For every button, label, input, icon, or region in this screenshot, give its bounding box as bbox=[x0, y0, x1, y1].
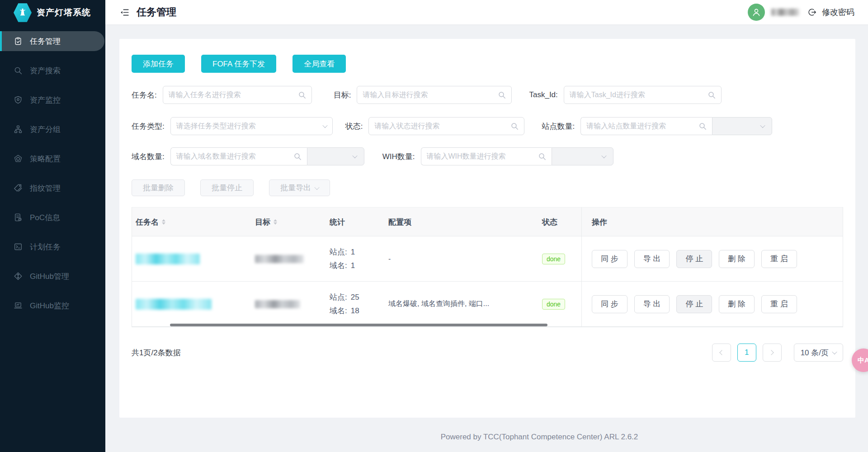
pagination-summary: 共1页/2条数据 bbox=[132, 348, 181, 358]
page-size-select[interactable]: 10 条/页 bbox=[794, 344, 843, 362]
next-page-button[interactable] bbox=[763, 344, 782, 362]
pagination-bar: 共1页/2条数据 1 10 条/页 bbox=[132, 344, 843, 362]
sync-button[interactable]: 同 步 bbox=[592, 250, 627, 268]
wih-count-input[interactable] bbox=[427, 152, 538, 160]
user-avatar[interactable] bbox=[748, 4, 765, 21]
tags-icon bbox=[14, 184, 23, 193]
task-name-input[interactable] bbox=[169, 91, 298, 99]
task-type-select[interactable]: 请选择任务类型进行搜索 bbox=[170, 117, 333, 135]
translate-icon: 中A bbox=[858, 356, 868, 365]
site-count-input[interactable] bbox=[586, 122, 699, 130]
sidebar-item-label: 资产搜索 bbox=[30, 66, 61, 76]
task-id-input[interactable] bbox=[570, 91, 708, 99]
page-title: 任务管理 bbox=[137, 5, 176, 19]
batch-export-button[interactable]: 批量导出 bbox=[269, 179, 330, 196]
fofa-dispatch-button[interactable]: FOFA 任务下发 bbox=[201, 55, 276, 73]
logout-button[interactable] bbox=[807, 8, 816, 17]
export-button[interactable]: 导 出 bbox=[634, 250, 670, 268]
domain-stat-label: 域名: bbox=[330, 261, 347, 270]
sidebar-item-asset-search[interactable]: 资产搜索 bbox=[0, 61, 105, 80]
sidebar-item-label: GitHub监控 bbox=[30, 301, 69, 311]
horizontal-scrollbar-thumb[interactable] bbox=[170, 324, 547, 326]
sidebar-collapse-icon[interactable] bbox=[120, 8, 129, 17]
task-type-placeholder: 请选择任务类型进行搜索 bbox=[176, 122, 323, 131]
page-number-button[interactable]: 1 bbox=[737, 344, 756, 362]
sidebar-item-label: 指纹管理 bbox=[30, 183, 61, 193]
column-header-target[interactable]: 目标 bbox=[251, 207, 326, 236]
domain-stat-label: 域名: bbox=[330, 306, 347, 315]
search-icon bbox=[298, 91, 306, 99]
task-name-link-redacted[interactable] bbox=[136, 299, 212, 310]
domain-count-group bbox=[170, 147, 364, 165]
task-name-link-redacted[interactable] bbox=[136, 254, 200, 264]
delete-button[interactable]: 删 除 bbox=[719, 295, 755, 313]
task-id-search-box[interactable] bbox=[564, 86, 722, 104]
change-password-link[interactable]: 修改密码 bbox=[822, 7, 854, 18]
delete-button[interactable]: 删 除 bbox=[719, 250, 755, 268]
header-user-area: 修改密码 bbox=[748, 4, 854, 21]
laptop-chart-icon bbox=[14, 301, 23, 310]
search-icon bbox=[14, 66, 23, 75]
target-input[interactable] bbox=[363, 91, 498, 99]
sync-button[interactable]: 同 步 bbox=[592, 295, 627, 313]
sort-icon[interactable] bbox=[274, 219, 277, 225]
table-row: 站点:25 域名:18 域名爆破, 域名查询插件, 端口... done 同 步… bbox=[132, 282, 843, 327]
sidebar-item-github-monitor[interactable]: GitHub监控 bbox=[0, 296, 105, 315]
status-badge: done bbox=[542, 299, 565, 310]
stop-button[interactable]: 停 止 bbox=[676, 295, 712, 313]
stats-cell: 站点:25 域名:18 bbox=[326, 291, 385, 318]
task-name-cell bbox=[132, 299, 251, 310]
column-header-actions: 操作 bbox=[581, 207, 843, 236]
sidebar-item-label: 资产监控 bbox=[30, 95, 61, 105]
content-card: 添加任务 FOFA 任务下发 全局查看 任务名: 目标: Task_Id: bbox=[119, 39, 855, 418]
table-header-row: 任务名 目标 统计 配置项 状态 操作 bbox=[132, 207, 843, 236]
domain-count-operator-select[interactable] bbox=[307, 147, 364, 165]
batch-export-label: 批量导出 bbox=[280, 183, 311, 193]
prev-page-button[interactable] bbox=[712, 344, 731, 362]
status-label: 状态: bbox=[345, 121, 369, 132]
sidebar-item-scheduled-tasks[interactable]: 计划任务 bbox=[0, 237, 105, 257]
domain-count-input[interactable] bbox=[176, 152, 294, 160]
sort-icon[interactable] bbox=[162, 219, 165, 225]
wih-count-operator-select[interactable] bbox=[552, 147, 613, 165]
sidebar-item-asset-monitor[interactable]: 资产监控 bbox=[0, 90, 105, 110]
site-count-operator-select[interactable] bbox=[712, 117, 772, 135]
export-button[interactable]: 导 出 bbox=[634, 295, 670, 313]
site-count-search-box[interactable] bbox=[580, 117, 712, 135]
sidebar-item-label: GitHub管理 bbox=[30, 271, 69, 282]
global-view-button[interactable]: 全局查看 bbox=[292, 55, 346, 73]
status-input[interactable] bbox=[374, 122, 511, 130]
sidebar-item-fingerprint[interactable]: 指纹管理 bbox=[0, 178, 105, 198]
restart-button[interactable]: 重 启 bbox=[761, 295, 797, 313]
stop-button[interactable]: 停 止 bbox=[676, 250, 712, 268]
target-cell bbox=[251, 255, 326, 263]
batch-stop-button[interactable]: 批量停止 bbox=[200, 179, 254, 196]
actions-cell: 同 步 导 出 停 止 删 除 重 启 bbox=[581, 282, 843, 326]
task-name-search-box[interactable] bbox=[163, 86, 312, 104]
actions-cell: 同 步 导 出 停 止 删 除 重 启 bbox=[581, 236, 843, 281]
add-task-button[interactable]: 添加任务 bbox=[132, 55, 185, 73]
column-label: 统计 bbox=[330, 217, 345, 227]
target-search-box[interactable] bbox=[357, 86, 512, 104]
app-logo-row: 资产灯塔系统 bbox=[0, 0, 105, 25]
chevron-down-icon bbox=[601, 153, 606, 158]
column-header-task-name[interactable]: 任务名 bbox=[132, 207, 251, 236]
sidebar-item-task-management[interactable]: 任务管理 bbox=[0, 31, 104, 51]
config-cell: 域名爆破, 域名查询插件, 端口... bbox=[385, 299, 538, 309]
batch-delete-button[interactable]: 批量删除 bbox=[132, 179, 185, 196]
sidebar-item-github-management[interactable]: GitHub管理 bbox=[0, 266, 105, 286]
sidebar-item-label: 任务管理 bbox=[30, 36, 61, 47]
sidebar-item-poc-info[interactable]: PoC信息 bbox=[0, 207, 105, 227]
search-icon bbox=[511, 122, 519, 130]
task-name-label: 任务名: bbox=[132, 90, 163, 100]
column-label: 任务名 bbox=[136, 217, 159, 227]
sidebar-item-policy-config[interactable]: 策略配置 bbox=[0, 149, 105, 169]
sidebar-item-asset-group[interactable]: 资产分组 bbox=[0, 119, 105, 139]
restart-button[interactable]: 重 启 bbox=[761, 250, 797, 268]
target-label: 目标: bbox=[334, 90, 357, 100]
domain-count-search-box[interactable] bbox=[170, 147, 307, 165]
search-icon bbox=[498, 91, 506, 99]
status-search-box[interactable] bbox=[368, 117, 524, 135]
site-stat-label: 站点: bbox=[330, 248, 347, 256]
wih-count-search-box[interactable] bbox=[421, 147, 552, 165]
